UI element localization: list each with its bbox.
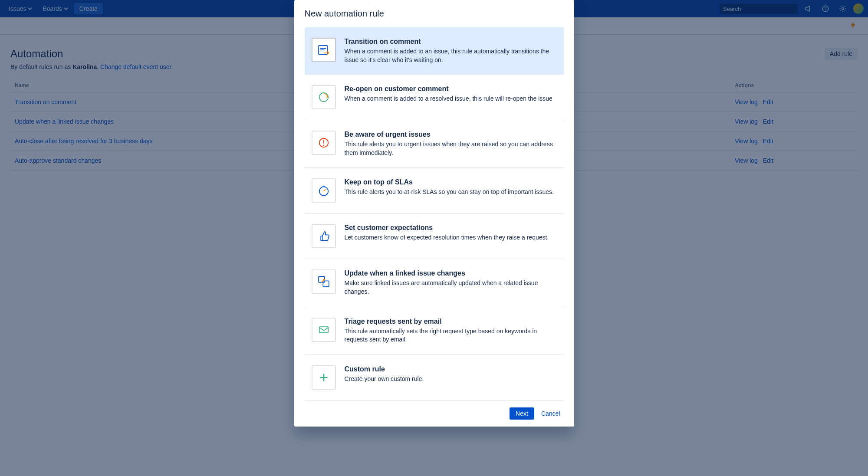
new-rule-modal: New automation rule Transition on commen… [294, 0, 574, 427]
template-title: Triage requests sent by email [345, 318, 557, 325]
cancel-button[interactable]: Cancel [538, 407, 564, 420]
template-option[interactable]: Update when a linked issue changes Make … [305, 259, 564, 307]
template-description: Make sure linked issues are automaticall… [345, 279, 557, 296]
modal-overlay: New automation rule Transition on commen… [0, 0, 868, 476]
template-title: Be aware of urgent issues [345, 131, 557, 138]
transition-icon [312, 38, 336, 62]
template-description: When a comment is added to a resolved is… [345, 95, 552, 103]
template-option[interactable]: Be aware of urgent issues This rule aler… [305, 120, 564, 168]
template-description: When a comment is added to an issue, thi… [345, 47, 557, 64]
thumb-icon [312, 224, 336, 248]
reopen-icon [312, 85, 336, 109]
template-description: This rule alerts you to at-risk SLAs so … [345, 188, 554, 197]
template-description: This rule automatically sets the right r… [345, 327, 557, 344]
template-title: Custom rule [345, 365, 424, 373]
template-title: Keep on top of SLAs [345, 178, 554, 186]
modal-footer: Next Cancel [294, 400, 574, 427]
template-description: This rule alerts you to urgent issues wh… [345, 140, 557, 157]
linked-icon [312, 269, 336, 294]
svg-point-8 [319, 187, 328, 196]
svg-point-7 [323, 145, 324, 146]
modal-title: New automation rule [294, 0, 574, 24]
next-button[interactable]: Next [510, 407, 534, 420]
urgent-icon [312, 131, 336, 155]
template-option[interactable]: Set customer expectations Let customers … [305, 213, 564, 259]
custom-icon [312, 365, 336, 390]
template-title: Re-open on customer comment [345, 85, 552, 93]
template-title: Transition on comment [345, 38, 557, 46]
svg-rect-10 [323, 281, 329, 287]
template-option[interactable]: Transition on comment When a comment is … [305, 27, 564, 75]
template-option[interactable]: Triage requests sent by email This rule … [305, 307, 564, 355]
modal-body: Transition on comment When a comment is … [294, 24, 574, 400]
email-icon [312, 318, 336, 342]
template-option[interactable]: Custom rule Create your own custom rule. [305, 355, 564, 400]
template-title: Set customer expectations [345, 224, 549, 232]
svg-rect-11 [319, 327, 328, 333]
template-option[interactable]: Re-open on customer comment When a comme… [305, 75, 564, 120]
template-title: Update when a linked issue changes [345, 269, 557, 277]
sla-icon [312, 178, 336, 203]
template-option[interactable]: Keep on top of SLAs This rule alerts you… [305, 168, 564, 213]
template-description: Let customers know of expected resolutio… [345, 233, 549, 242]
template-description: Create your own custom rule. [345, 375, 424, 384]
